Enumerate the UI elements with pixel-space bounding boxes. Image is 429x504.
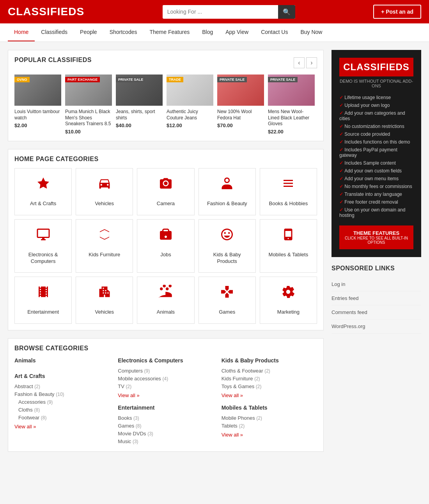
view-all-electronics[interactable]: View all » bbox=[118, 392, 139, 398]
sponsored-link[interactable]: Entries feed bbox=[332, 291, 421, 305]
category-card[interactable]: Kids & Baby Products bbox=[199, 219, 256, 273]
post-ad-button[interactable]: + Post an ad bbox=[373, 5, 421, 19]
classified-card[interactable]: PART EXCHANGE Puma Munich L Black Men's … bbox=[65, 75, 112, 135]
search-button[interactable]: 🔍 bbox=[278, 5, 295, 19]
list-item: Cloths (8) bbox=[14, 406, 110, 413]
category-card[interactable]: Vehicles bbox=[76, 277, 133, 324]
category-card[interactable]: Vehicles bbox=[76, 168, 133, 215]
search-bar: 🔍 bbox=[163, 5, 295, 19]
category-icon bbox=[80, 176, 129, 197]
prev-arrow[interactable]: ‹ bbox=[294, 57, 305, 68]
browse-link[interactable]: Abstract (2) bbox=[14, 383, 40, 389]
browse-link[interactable]: Footwear (8) bbox=[18, 415, 46, 421]
browse-link[interactable]: Accessories (9) bbox=[18, 399, 53, 405]
category-label: Art & Crafts bbox=[19, 201, 67, 207]
browse-kids-list: Cloths & Footwear (2) Kids Furniture (2)… bbox=[222, 367, 317, 390]
classified-card[interactable]: PRIVATE SALE Mens New Wool-Lined Black L… bbox=[268, 75, 315, 135]
sponsored-title: SPONSORED LINKS bbox=[332, 265, 421, 272]
nav-item-home[interactable]: Home bbox=[8, 23, 35, 41]
browse-link[interactable]: Books (3) bbox=[118, 415, 139, 421]
category-label: Camera bbox=[141, 201, 190, 207]
browse-link[interactable]: Mobile accessories (4) bbox=[118, 376, 168, 382]
nav-item-people[interactable]: People bbox=[74, 23, 103, 41]
category-card[interactable]: Jobs bbox=[137, 219, 194, 273]
nav-link-shortcodes[interactable]: Shortcodes bbox=[103, 23, 144, 41]
sponsored-link[interactable]: Log in bbox=[332, 277, 421, 291]
category-card[interactable]: Entertainment bbox=[14, 277, 72, 324]
classified-card[interactable]: PRIVATE SALE Jeans, shirts, sport shirts… bbox=[116, 75, 163, 135]
nav-link-buynow[interactable]: Buy Now bbox=[294, 23, 328, 41]
browse-link[interactable]: Cloths & Footwear (2) bbox=[222, 368, 270, 374]
category-card[interactable]: Marketing bbox=[260, 277, 317, 324]
classified-price: $70.00 bbox=[217, 122, 264, 128]
nav-link-theme[interactable]: Theme Features bbox=[143, 23, 196, 41]
feature-item: Add your own custom fields bbox=[339, 167, 413, 175]
nav-link-home[interactable]: Home bbox=[8, 23, 35, 41]
feature-item: Includes functions on this demo bbox=[339, 138, 413, 146]
sponsored-list: Log inEntries feedComments feedWordPress… bbox=[332, 277, 421, 334]
category-card[interactable]: Games bbox=[199, 277, 256, 324]
nav-link-classifieds[interactable]: Classifieds bbox=[35, 23, 74, 41]
category-card[interactable]: Animals bbox=[137, 277, 194, 324]
nav-link-contact[interactable]: Contact Us bbox=[255, 23, 294, 41]
browse-link[interactable]: Movie DVDs (3) bbox=[118, 431, 153, 437]
nav-link-people[interactable]: People bbox=[74, 23, 103, 41]
nav-item-blog[interactable]: Blog bbox=[196, 23, 219, 41]
nav-item-contact[interactable]: Contact Us bbox=[255, 23, 294, 41]
classified-badge: OVNO bbox=[14, 77, 30, 82]
browse-link[interactable]: Mobile Phones (2) bbox=[222, 415, 262, 421]
nav-item-classifieds[interactable]: Classifieds bbox=[35, 23, 74, 41]
view-all-artcrafts[interactable]: View all » bbox=[14, 424, 36, 429]
sponsored-link[interactable]: WordPress.org bbox=[332, 319, 421, 333]
classified-card[interactable]: OVNO Louis Vuitton tambour watch $2.00 bbox=[14, 75, 61, 135]
list-item: Fashion & Beauty (10) bbox=[14, 390, 110, 398]
sponsored-item: Entries feed bbox=[332, 291, 421, 305]
category-card[interactable]: Electronics & Computers bbox=[14, 219, 72, 273]
main-content: POPULAR CLASSIFIEDS ‹ › OVNO Louis Vuitt… bbox=[8, 50, 324, 460]
category-label: Vehicles bbox=[80, 201, 129, 207]
nav-item-appview[interactable]: App View bbox=[219, 23, 255, 41]
category-card[interactable]: Kids Furniture bbox=[76, 219, 133, 273]
sponsored-link[interactable]: Comments feed bbox=[332, 305, 421, 319]
classified-thumb: PRIVATE SALE bbox=[268, 75, 315, 106]
popular-title: POPULAR CLASSIFIEDS bbox=[14, 57, 92, 64]
theme-features-button[interactable]: THEME FEATURES Click here to see all bui… bbox=[339, 225, 413, 249]
list-item: Music (3) bbox=[118, 437, 213, 445]
browse-entertainment-heading: Entertainment bbox=[118, 405, 213, 411]
classified-card[interactable]: TRADE Authentic Juicy Couture Jeans $12.… bbox=[167, 75, 213, 135]
view-all-mobiles[interactable]: View all » bbox=[222, 432, 243, 438]
category-card[interactable]: Fashion & Beauty bbox=[199, 168, 256, 215]
browse-categories: BROWSE CATEGORIES Animals Art & Crafts A… bbox=[8, 338, 324, 452]
nav-link-appview[interactable]: App View bbox=[219, 23, 255, 41]
browse-link[interactable]: Fashion & Beauty (10) bbox=[14, 391, 64, 397]
nav-item-shortcodes[interactable]: Shortcodes bbox=[103, 23, 144, 41]
browse-link[interactable]: Games (8) bbox=[118, 423, 141, 429]
category-card[interactable]: Camera bbox=[137, 168, 194, 215]
browse-link[interactable]: Music (3) bbox=[118, 438, 138, 444]
classified-card[interactable]: PRIVATE SALE New 100% Wool Fedora Hat $7… bbox=[217, 75, 264, 135]
classified-title: Puma Munich L Black Men's Shoes Sneakers… bbox=[65, 109, 112, 127]
browse-link[interactable]: Toys & Games (2) bbox=[222, 383, 262, 389]
browse-link[interactable]: Computers (9) bbox=[118, 368, 150, 374]
theme-btn-sublabel: Click here to see all built-in options bbox=[343, 236, 410, 245]
list-item: Footwear (8) bbox=[14, 413, 110, 421]
classified-price: $40.00 bbox=[116, 122, 163, 128]
classified-title: Jeans, shirts, sport shirts bbox=[116, 109, 163, 121]
category-card[interactable]: Mobiles & Tablets bbox=[260, 219, 317, 273]
category-icon bbox=[141, 285, 190, 305]
main-container: POPULAR CLASSIFIEDS ‹ › OVNO Louis Vuitt… bbox=[0, 42, 429, 467]
browse-link[interactable]: Tablets (2) bbox=[222, 423, 245, 429]
browse-link[interactable]: Cloths (8) bbox=[18, 407, 40, 413]
browse-entertainment-list: Books (3) Games (8) Movie DVDs (3) Music… bbox=[118, 414, 213, 445]
browse-link[interactable]: Kids Furniture (2) bbox=[222, 376, 260, 382]
view-all-kids[interactable]: View all » bbox=[222, 392, 243, 398]
classified-title: Louis Vuitton tambour watch bbox=[14, 109, 61, 121]
category-card[interactable]: Books & Hobbies bbox=[260, 168, 317, 215]
nav-item-theme[interactable]: Theme Features bbox=[143, 23, 196, 41]
browse-link[interactable]: TV (2) bbox=[118, 383, 131, 389]
nav-item-buynow[interactable]: Buy Now bbox=[294, 23, 328, 41]
nav-link-blog[interactable]: Blog bbox=[196, 23, 219, 41]
category-card[interactable]: Art & Crafts bbox=[14, 168, 72, 215]
next-arrow[interactable]: › bbox=[306, 57, 317, 68]
search-input[interactable] bbox=[163, 5, 278, 18]
